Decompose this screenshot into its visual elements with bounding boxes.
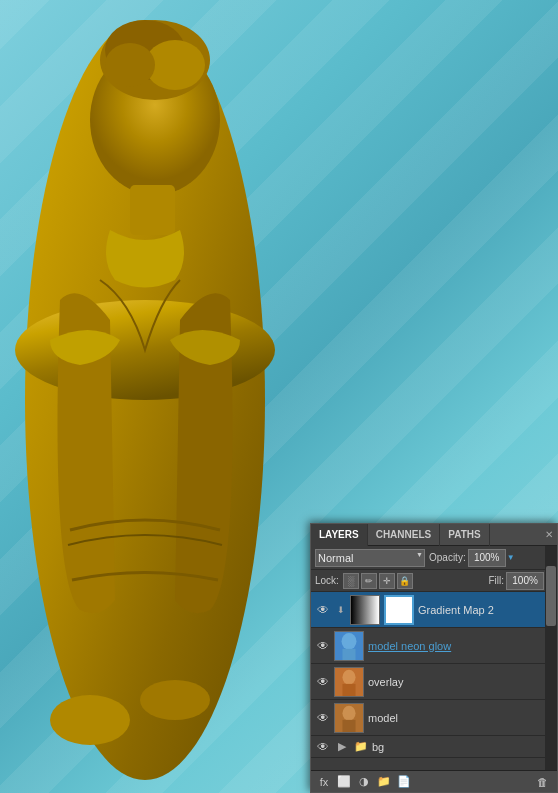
layer-name-gradient-map: Gradient Map 2 [418, 604, 553, 616]
layer-thumb-model [334, 703, 364, 733]
tab-channels[interactable]: CHANNELS [368, 524, 441, 546]
svg-point-6 [105, 43, 155, 87]
layers-scrollbar[interactable] [545, 546, 557, 770]
layer-model-neon-glow[interactable]: 👁 model neon glow [311, 628, 557, 664]
scrollbar-thumb[interactable] [546, 566, 556, 626]
fill-input[interactable] [506, 572, 544, 590]
opacity-input[interactable] [468, 549, 506, 567]
lock-transparent-btn[interactable]: ░ [343, 573, 359, 589]
panel-bottom-toolbar: fx ⬜ ◑ 📁 📄 🗑 [311, 770, 557, 792]
lock-label: Lock: [315, 575, 339, 586]
layer-model[interactable]: 👁 model [311, 700, 557, 736]
svg-rect-18 [342, 719, 355, 731]
svg-rect-7 [130, 185, 175, 235]
layer-link-gradient-map: ⬇ [334, 603, 348, 617]
folder-shape-icon: 📁 [353, 739, 369, 755]
folder-icon: ▶ [334, 739, 350, 755]
fx-button[interactable]: fx [315, 773, 333, 791]
layer-thumb-neon-glow [334, 631, 364, 661]
opacity-arrow-icon[interactable]: ▼ [507, 553, 515, 562]
svg-rect-15 [342, 683, 355, 695]
blend-mode-select[interactable]: Normal Dissolve Multiply Screen Overlay [315, 549, 425, 567]
svg-point-8 [50, 695, 130, 745]
layer-eye-bg[interactable]: 👁 [315, 739, 331, 755]
layer-name-neon-glow: model neon glow [368, 640, 553, 652]
panel-tabs: LAYERS CHANNELS PATHS ✕ [311, 524, 557, 546]
add-mask-button[interactable]: ⬜ [335, 773, 353, 791]
figure-illustration [0, 0, 310, 793]
blend-mode-row: Normal Dissolve Multiply Screen Overlay … [311, 546, 557, 570]
opacity-label: Opacity: [429, 552, 466, 563]
lock-position-btn[interactable]: ✛ [379, 573, 395, 589]
layers-panel: LAYERS CHANNELS PATHS ✕ Normal Dissolve … [310, 523, 558, 793]
layer-thumb-gradient-map [350, 595, 380, 625]
svg-point-14 [342, 669, 355, 684]
lock-row: Lock: ░ ✏ ✛ 🔒 Fill: ▼ [311, 570, 557, 592]
layer-name-overlay: overlay [368, 676, 553, 688]
svg-point-17 [342, 705, 355, 720]
layer-overlay[interactable]: 👁 overlay [311, 664, 557, 700]
svg-point-11 [342, 632, 357, 649]
tab-paths[interactable]: PATHS [440, 524, 489, 546]
adjustment-button[interactable]: ◑ [355, 773, 373, 791]
layer-thumb-overlay [334, 667, 364, 697]
layer-name-model: model [368, 712, 553, 724]
layer-eye-gradient-map[interactable]: 👁 [315, 602, 331, 618]
layer-eye-overlay[interactable]: 👁 [315, 674, 331, 690]
panel-close-icon[interactable]: ✕ [541, 527, 557, 543]
fill-label: Fill: [489, 575, 505, 586]
blend-mode-wrapper: Normal Dissolve Multiply Screen Overlay [315, 549, 425, 567]
layer-mask-gradient-map [384, 595, 414, 625]
delete-layer-button[interactable]: 🗑 [533, 773, 551, 791]
layer-eye-model[interactable]: 👁 [315, 710, 331, 726]
lock-all-btn[interactable]: 🔒 [397, 573, 413, 589]
layer-eye-neon-glow[interactable]: 👁 [315, 638, 331, 654]
lock-pixels-btn[interactable]: ✏ [361, 573, 377, 589]
layer-gradient-map-2[interactable]: 👁 ⬇ Gradient Map 2 [311, 592, 557, 628]
svg-rect-12 [342, 648, 355, 659]
lock-icons-group: ░ ✏ ✛ 🔒 [343, 573, 413, 589]
tab-layers[interactable]: LAYERS [311, 524, 368, 546]
layer-bg[interactable]: 👁 ▶ 📁 bg [311, 736, 557, 758]
new-group-button[interactable]: 📁 [375, 773, 393, 791]
new-layer-button[interactable]: 📄 [395, 773, 413, 791]
layer-name-bg: bg [372, 741, 553, 753]
svg-point-9 [140, 680, 210, 720]
